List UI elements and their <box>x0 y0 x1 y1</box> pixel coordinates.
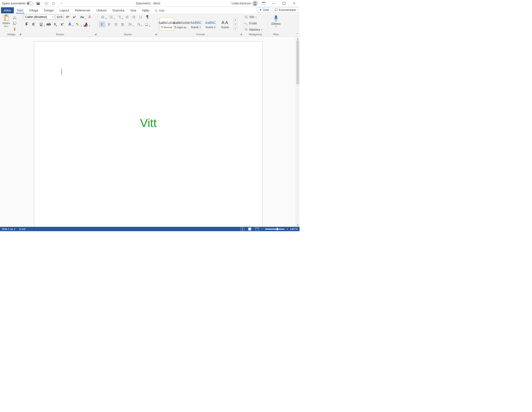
sort-button[interactable]: AZ <box>138 14 143 20</box>
justify-button[interactable] <box>120 22 125 27</box>
show-marks-button[interactable]: ¶ <box>144 14 150 20</box>
group-label-voice: Röst <box>269 32 283 36</box>
paragraph-launcher[interactable]: ◢ <box>155 33 157 35</box>
zoom-slider[interactable] <box>265 229 285 229</box>
find-button[interactable]: Sök ▾ <box>245 14 262 20</box>
style-normal[interactable]: AaBbCcDdl ¶ Normal <box>160 18 174 31</box>
svg-rect-9 <box>275 9 277 10</box>
undo-button[interactable] <box>43 0 49 6</box>
read-mode-button[interactable] <box>240 227 245 231</box>
tab-granska[interactable]: Granska <box>109 7 127 13</box>
zoom-percentage[interactable]: 140 % <box>290 227 298 230</box>
clear-formatting-button[interactable]: A <box>86 14 92 20</box>
select-label: Markera <box>249 28 260 31</box>
bold-button[interactable]: F <box>24 22 30 27</box>
subscript-button[interactable]: x2 <box>53 22 58 27</box>
font-color-button[interactable]: A▾ <box>83 22 90 27</box>
font-name-combo[interactable]: Calibri (Brödtext)▾ <box>24 14 55 20</box>
select-button[interactable]: Markera ▾ <box>245 27 262 32</box>
line-spacing-button[interactable]: ▾ <box>126 22 134 27</box>
format-painter-button[interactable] <box>12 27 17 31</box>
increase-indent-button[interactable] <box>131 14 137 20</box>
scroll-down-button[interactable]: ▾ <box>296 223 300 227</box>
italic-button[interactable]: K <box>31 22 37 27</box>
redo-button[interactable] <box>51 0 57 6</box>
shrink-font-button[interactable]: A▾ <box>71 14 77 20</box>
decrease-indent-button[interactable] <box>124 14 130 20</box>
multilevel-list-button[interactable]: ▾ <box>116 14 123 20</box>
style-heading1[interactable]: AABBC Rubrik 1 <box>189 18 203 31</box>
grow-font-button[interactable]: A▴ <box>65 14 70 20</box>
tab-design[interactable]: Design <box>41 7 57 13</box>
style-no-spacing[interactable]: AaBbCcDdl ¶ Inget av... <box>174 18 189 31</box>
qat-customize-button[interactable]: ▾ <box>59 0 65 6</box>
maximize-button[interactable] <box>280 0 288 6</box>
page-number-status[interactable]: Sida 1 av 1 <box>2 227 15 230</box>
share-button[interactable]: Dela <box>257 7 271 13</box>
gallery-down-button[interactable]: ▾ <box>234 22 237 26</box>
bullets-button[interactable]: ▾ <box>99 14 106 20</box>
tab-infoga[interactable]: Infoga <box>26 7 41 13</box>
align-left-button[interactable] <box>99 22 105 27</box>
document-area[interactable]: Vitt <box>0 37 296 227</box>
replace-button[interactable]: ab Ersätt <box>245 21 262 26</box>
autosave-toggle[interactable]: Spara automatiskt <box>2 2 33 5</box>
collapse-ribbon-button[interactable]: ⌃ <box>295 33 299 36</box>
window-title: Dokument1 - Word <box>65 2 232 5</box>
tab-referenser[interactable]: Referenser <box>72 7 93 13</box>
ribbon-display-options-button[interactable] <box>259 0 268 6</box>
scroll-up-button[interactable]: ▴ <box>296 37 300 40</box>
close-button[interactable] <box>290 0 299 6</box>
superscript-button[interactable]: x2 <box>59 22 65 27</box>
highlight-button[interactable]: ▾ <box>74 22 82 27</box>
tell-me-search[interactable]: Sök <box>152 8 167 13</box>
vertical-scrollbar[interactable]: ▴ ▾ <box>296 37 300 227</box>
underline-button[interactable]: U▾ <box>38 22 45 27</box>
numbering-button[interactable]: 123▾ <box>107 14 115 20</box>
paste-button[interactable]: Klistra in ▾ <box>1 14 11 28</box>
group-styles: AaBbCcDdl ¶ Normal AaBbCcDdl ¶ Inget av.… <box>158 13 243 36</box>
gallery-more-button[interactable]: ≡ <box>234 26 237 30</box>
gallery-up-button[interactable]: ▴ <box>234 18 237 22</box>
zoom-out-button[interactable]: − <box>262 227 263 230</box>
borders-button[interactable]: ▾ <box>143 22 150 27</box>
tab-layout[interactable]: Layout <box>57 7 72 13</box>
scroll-thumb[interactable] <box>296 40 299 84</box>
change-case-button[interactable]: Aa▾ <box>78 14 86 20</box>
strikethrough-button[interactable]: ab <box>46 22 52 27</box>
font-launcher[interactable]: ◢ <box>95 33 96 35</box>
svg-text:a: a <box>245 22 246 24</box>
tab-help[interactable]: Hjälp <box>139 7 152 13</box>
save-button[interactable] <box>35 0 41 6</box>
copy-button[interactable] <box>12 21 17 26</box>
align-center-button[interactable] <box>106 22 112 27</box>
shading-button[interactable]: ▾ <box>135 22 142 27</box>
svg-rect-64 <box>145 23 148 26</box>
cut-button[interactable] <box>12 15 17 20</box>
search-icon <box>245 15 248 19</box>
tab-visa[interactable]: Visa <box>127 7 139 13</box>
tab-file[interactable]: Arkiv <box>1 7 14 13</box>
zoom-slider-thumb[interactable] <box>277 228 278 230</box>
web-layout-button[interactable] <box>254 227 260 231</box>
font-size-combo[interactable]: 10,5▾ <box>56 14 64 20</box>
page[interactable]: Vitt <box>34 41 263 227</box>
svg-rect-77 <box>255 227 259 230</box>
dictate-button[interactable]: Diktera ▾ <box>271 14 281 28</box>
clipboard-launcher[interactable]: ◢ <box>19 33 21 35</box>
word-count-status[interactable]: 0 ord <box>19 227 25 230</box>
svg-rect-18 <box>14 29 15 31</box>
tab-start[interactable]: Start <box>14 7 26 13</box>
tab-utskick[interactable]: Utskick <box>93 7 109 13</box>
dictate-label: Diktera <box>271 22 281 26</box>
align-right-button[interactable] <box>113 22 119 27</box>
account-button[interactable]: Linda Karlsson <box>232 1 258 6</box>
style-title[interactable]: AA Rubrik <box>218 18 232 31</box>
minimize-button[interactable] <box>269 0 278 6</box>
text-effects-button[interactable]: A▾ <box>66 22 73 27</box>
print-layout-button[interactable] <box>247 227 252 231</box>
zoom-in-button[interactable]: + <box>286 227 288 230</box>
style-heading2[interactable]: AaBbC Rubrik 2 <box>203 18 218 31</box>
styles-launcher[interactable]: ◢ <box>240 33 242 35</box>
comments-button[interactable]: Kommentarer <box>273 7 299 13</box>
